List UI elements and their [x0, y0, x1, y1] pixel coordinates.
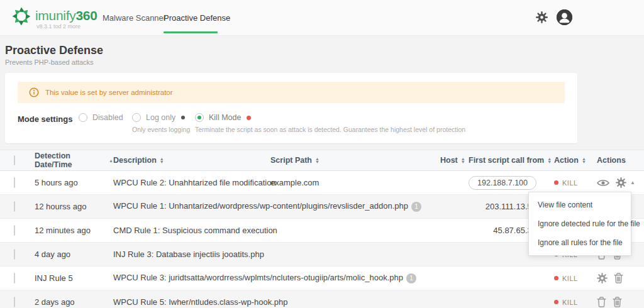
- info-icon: [29, 87, 39, 97]
- active-tab-underline: [164, 31, 218, 33]
- mode-settings-label: Mode settings: [18, 114, 72, 124]
- log-only-status-dot: [181, 116, 185, 119]
- table-header-row: Detection Date/Time Description Script P…: [0, 150, 644, 171]
- col-script-path[interactable]: Script Path: [270, 156, 319, 165]
- action-label: KILL: [562, 275, 578, 282]
- table-row: INJ Rule 5 WPCU Rule 3: juridtsatta/word…: [0, 267, 644, 290]
- page-subtitle: Prevents PHP-based attacks: [5, 58, 94, 66]
- radio-circle-disabled[interactable]: [79, 113, 87, 122]
- user-avatar-icon[interactable]: [556, 9, 573, 26]
- ip-pill[interactable]: 192.188.7.100: [469, 176, 536, 190]
- settings-gear-icon[interactable]: [536, 11, 548, 23]
- menu-item-view-file-content[interactable]: View file content: [529, 195, 631, 214]
- detection-date: INJ Rule 5: [35, 273, 113, 283]
- description-cell: WPCU Rule 1: Unhantarized/wordpress/wp-c…: [113, 201, 270, 212]
- action-label: KILL: [562, 299, 578, 306]
- kill-dot: [554, 300, 558, 304]
- sort-icon: [160, 157, 164, 163]
- description-cell: INJ Rule 3: Database injectiis jooatits.…: [113, 250, 270, 259]
- row-actions-menu: View file content Ignore detected rule f…: [528, 192, 631, 256]
- trash-lines-icon[interactable]: [614, 273, 623, 283]
- menu-item-ignore-all-rules[interactable]: Ignore all rules for the file: [529, 233, 631, 252]
- admin-notice-banner: This value is set by server administrato…: [18, 82, 565, 103]
- kill-dot: [554, 180, 558, 185]
- kill-mode-subtitle: Terminate the script as soon as attack i…: [195, 126, 465, 133]
- row-gear-icon[interactable]: [597, 273, 608, 283]
- menu-item-ignore-detected-rule[interactable]: Ignore detected rule for the file: [529, 214, 631, 233]
- action-label: KILL: [562, 179, 578, 187]
- proactive-defense-page: imunify360 v8.3.1 tod 2 more Malware Sca…: [0, 0, 644, 308]
- tab-malware-scanner[interactable]: Malware Scanner: [103, 13, 166, 23]
- sort-icon: [315, 157, 319, 163]
- detection-date: 2 days ago: [35, 297, 113, 307]
- count-badge: 1: [406, 273, 416, 283]
- page-title: Proactive Defense: [5, 44, 103, 57]
- radio-kill-mode[interactable]: Kill Mode: [195, 113, 251, 122]
- topbar: imunify360 v8.3.1 tod 2 more Malware Sca…: [0, 0, 644, 36]
- col-detection-date[interactable]: Detection Date/Time: [35, 151, 113, 169]
- kill-dot: [554, 276, 558, 280]
- table-row: 2 days ago WPCU Rule 5: Iwher/ntludes.cl…: [0, 290, 644, 308]
- radio-circle-kill-mode[interactable]: [195, 113, 204, 122]
- description-cell: CMD Rule 1: Suspicious command execution: [113, 226, 270, 235]
- tab-proactive-defense[interactable]: Proactive Defense: [164, 13, 230, 23]
- brand-version: v8.3.1 tod 2 more: [36, 23, 80, 30]
- description-cell: WPCU Rule 3: juridtsatta/wordrress/wplmt…: [113, 273, 270, 283]
- radio-log-only[interactable]: Log only: [132, 113, 185, 122]
- log-only-subtitle: Only events logging: [132, 126, 190, 133]
- row-gear-icon[interactable]: [616, 177, 626, 188]
- radio-label-log-only: Log only: [146, 113, 175, 122]
- detection-date: 4 day ago: [35, 250, 113, 259]
- select-all-checkbox[interactable]: [14, 155, 15, 165]
- detection-date: 12 minutes ago: [35, 226, 113, 235]
- caret-up-icon[interactable]: ▲: [630, 180, 635, 185]
- view-eye-icon[interactable]: [597, 179, 609, 187]
- brand-name: imunify: [35, 8, 75, 23]
- radio-circle-log-only[interactable]: [132, 113, 141, 122]
- row-checkbox[interactable]: [14, 225, 15, 236]
- radio-label-disabled: Disabled: [92, 113, 123, 122]
- row-checkbox[interactable]: [14, 177, 15, 188]
- col-description[interactable]: Description: [113, 156, 164, 165]
- brand-wordmark[interactable]: imunify360: [35, 8, 97, 23]
- kill-mode-status-dot: [247, 116, 251, 120]
- radio-disabled[interactable]: Disabled: [79, 113, 123, 122]
- mode-settings-card: This value is set by server administrato…: [5, 73, 577, 143]
- radio-label-kill-mode: Kill Mode: [209, 113, 241, 122]
- description-cell: WPCU Rule 5: Iwher/ntludes.class-wp-hook…: [113, 297, 270, 307]
- admin-notice-text: This value is set by server administrato…: [45, 89, 173, 96]
- row-checkbox[interactable]: [14, 201, 15, 212]
- sort-asc-icon: [109, 159, 113, 162]
- trash-lines-icon[interactable]: [613, 297, 622, 307]
- detection-date: 5 hours ago: [35, 178, 113, 187]
- count-badge: 1: [411, 202, 421, 212]
- script-path: example.com: [270, 178, 440, 187]
- brand-suffix: 360: [75, 8, 97, 23]
- col-actions: Actions: [597, 156, 626, 165]
- trash-icon[interactable]: [597, 297, 606, 307]
- imunify360-logo-icon: [11, 6, 31, 26]
- col-first-script-call[interactable]: First script call from: [469, 156, 552, 165]
- row-checkbox[interactable]: [14, 273, 15, 283]
- row-checkbox[interactable]: [14, 297, 15, 307]
- row-checkbox[interactable]: [14, 249, 15, 260]
- sort-icon: [461, 157, 465, 163]
- col-host[interactable]: Host: [440, 156, 465, 165]
- col-action[interactable]: Action: [554, 156, 586, 165]
- sort-icon: [582, 157, 586, 163]
- detection-date: 12 hourss ago: [35, 202, 113, 211]
- description-cell: WPCU Rule 2: Unahhtarized file modificat…: [113, 178, 270, 187]
